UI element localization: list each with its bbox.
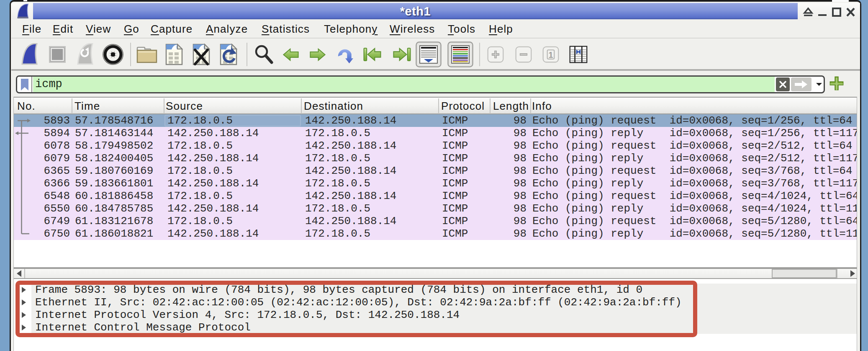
svg-text:1: 1: [548, 50, 553, 59]
